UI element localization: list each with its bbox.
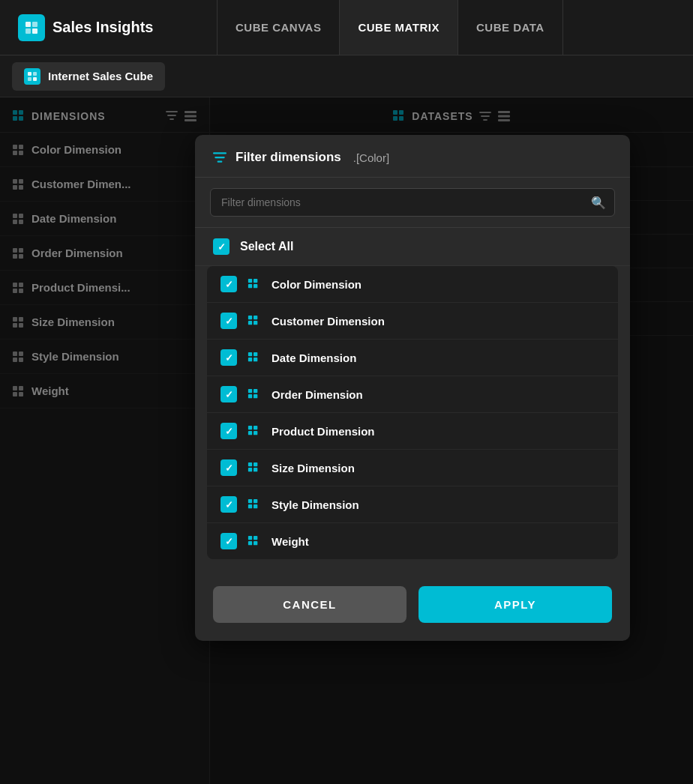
brand-tab[interactable]: Sales Insights [0,0,218,55]
svg-rect-74 [248,462,252,466]
filter-item-product-icon [248,425,260,437]
filter-item-weight-checkbox[interactable]: ✓ [220,533,237,549]
svg-rect-4 [28,72,32,76]
select-all-row[interactable]: ✓ Select All [195,228,630,266]
search-icon: 🔍 [591,196,606,210]
svg-rect-81 [254,504,257,508]
svg-rect-3 [32,28,38,34]
filter-item-size[interactable]: ✓ Size Dimension [207,450,618,486]
main-content: DIMENSIONS Color Dimension [0,97,693,784]
filter-item-customer[interactable]: ✓ Customer Dimension [207,303,618,340]
filter-item-style-icon [248,498,260,510]
filter-item-style-checkbox[interactable]: ✓ [220,496,237,513]
filter-item-color-checkbox[interactable]: ✓ [220,276,237,292]
svg-rect-2 [26,28,31,34]
filter-item-date-checkbox[interactable]: ✓ [220,349,237,366]
cube-label: Internet Sales Cube [48,70,153,82]
cube-selector[interactable]: Internet Sales Cube [12,62,165,91]
filter-item-order-checkbox[interactable]: ✓ [220,386,237,402]
svg-rect-84 [248,541,252,545]
filter-item-weight[interactable]: ✓ Weight [207,523,618,559]
filter-item-order-label: Order Dimension [272,388,363,401]
filter-header-icon [213,151,226,164]
select-all-label: Select All [240,240,293,253]
svg-rect-66 [248,389,252,393]
brand-label: Sales Insights [52,19,154,36]
filter-item-size-icon [248,462,260,474]
filter-item-color-icon [248,278,260,290]
top-nav: Sales Insights CUBE CANVAS CUBE MATRIX C… [0,0,693,55]
filter-item-color-label: Color Dimension [272,278,362,291]
filter-item-date[interactable]: ✓ Date Dimension [207,340,618,376]
apply-button[interactable]: APPLY [418,586,612,623]
svg-rect-75 [254,462,257,466]
filter-search-row: 🔍 [195,178,630,228]
svg-rect-68 [248,394,252,398]
svg-rect-80 [248,504,252,508]
cancel-button[interactable]: CANCEL [213,586,406,623]
svg-rect-82 [248,536,252,540]
svg-rect-67 [254,389,257,393]
svg-rect-70 [248,426,252,429]
svg-rect-78 [248,499,252,503]
svg-rect-72 [248,431,252,435]
filter-item-style-label: Style Dimension [272,498,359,511]
svg-rect-54 [248,279,252,283]
filter-item-order[interactable]: ✓ Order Dimension [207,376,618,413]
tab-data[interactable]: CUBE DATA [458,0,563,55]
filter-item-product-label: Product Dimension [272,425,375,438]
filter-item-product[interactable]: ✓ Product Dimension [207,413,618,450]
svg-rect-63 [254,352,257,356]
svg-rect-73 [254,431,257,435]
cube-icon [24,68,40,85]
tab-matrix[interactable]: CUBE MATRIX [340,0,458,55]
svg-rect-79 [254,499,257,503]
svg-rect-7 [33,77,37,81]
svg-rect-60 [248,321,252,325]
filter-modal-title: Filter dimensions [236,150,341,165]
filter-modal: Filter dimensions .[Color] 🔍 ✓ Select Al… [195,135,630,641]
svg-rect-58 [248,316,252,319]
filter-item-style[interactable]: ✓ Style Dimension [207,486,618,523]
filter-item-size-checkbox[interactable]: ✓ [220,459,237,476]
filter-item-date-icon [248,352,260,364]
filter-item-customer-label: Customer Dimension [272,315,385,328]
svg-rect-77 [254,468,257,471]
svg-rect-1 [32,22,38,27]
svg-rect-59 [254,316,257,319]
filter-item-size-label: Size Dimension [272,462,355,474]
svg-rect-61 [254,321,257,325]
filter-item-weight-label: Weight [272,535,309,548]
filter-items-list: ✓ Color Dimension ✓ Customer Dimension [207,266,618,559]
filter-item-date-label: Date Dimension [272,352,356,364]
svg-rect-71 [254,426,257,429]
tab-canvas[interactable]: CUBE CANVAS [218,0,340,55]
filter-item-order-icon [248,388,260,400]
filter-item-customer-icon [248,315,260,327]
svg-rect-65 [254,358,257,361]
filter-item-weight-icon [248,535,260,547]
filter-modal-header: Filter dimensions .[Color] [195,135,630,178]
select-all-checkbox[interactable]: ✓ [213,238,230,255]
svg-rect-83 [254,536,257,540]
filter-modal-subtitle: .[Color] [353,151,389,164]
svg-rect-5 [33,72,37,76]
svg-rect-56 [248,284,252,288]
filter-item-color[interactable]: ✓ Color Dimension [207,266,618,303]
filter-search-input[interactable] [210,188,615,217]
brand-icon [18,14,45,41]
toolbar: Internet Sales Cube [0,55,693,97]
svg-rect-85 [254,541,257,545]
svg-rect-57 [254,284,257,288]
svg-rect-76 [248,468,252,471]
svg-rect-69 [254,394,257,398]
svg-rect-6 [28,77,32,81]
filter-item-product-checkbox[interactable]: ✓ [220,423,237,439]
filter-item-customer-checkbox[interactable]: ✓ [220,313,237,329]
svg-rect-62 [248,352,252,356]
svg-rect-0 [26,22,31,27]
svg-rect-64 [248,358,252,361]
modal-footer: CANCEL APPLY [195,571,630,641]
svg-rect-55 [254,279,257,283]
